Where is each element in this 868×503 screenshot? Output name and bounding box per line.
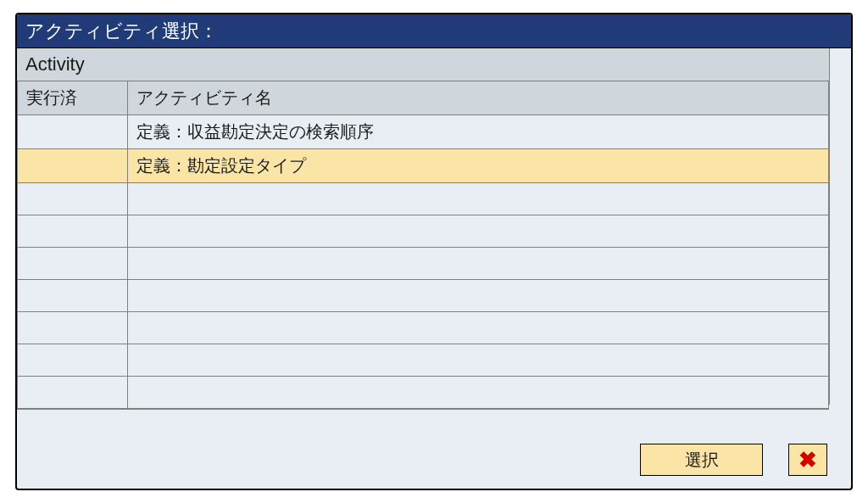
dialog-body: Activity 実行済 アクティビティ名 定義：収益勘定決定の検索順序定義：勘… (17, 48, 851, 490)
table-row[interactable] (18, 312, 829, 344)
dialog-footer: 選択 ✖ (17, 409, 829, 490)
cell-executed[interactable] (18, 115, 128, 149)
cell-activity-name[interactable] (128, 215, 829, 248)
activity-select-dialog: アクティビティ選択： Activity 実行済 アクティビティ名 定義：収益勘定… (15, 13, 853, 490)
dialog-title: アクティビティ選択： (17, 14, 851, 48)
table-row[interactable] (18, 183, 829, 215)
close-button[interactable]: ✖ (788, 444, 827, 476)
col-header-name[interactable]: アクティビティ名 (128, 81, 829, 115)
cell-executed[interactable] (18, 377, 128, 409)
cell-executed[interactable] (18, 149, 128, 183)
cell-activity-name[interactable] (128, 183, 829, 215)
section-header: Activity (17, 48, 829, 81)
table-row[interactable]: 定義：勘定設定タイプ (18, 149, 829, 183)
table-row[interactable]: 定義：収益勘定決定の検索順序 (18, 115, 829, 149)
cell-activity-name[interactable]: 定義：勘定設定タイプ (128, 149, 829, 183)
cell-executed[interactable] (18, 344, 128, 377)
cell-executed[interactable] (18, 183, 128, 215)
cell-activity-name[interactable] (128, 248, 829, 280)
table-row[interactable] (18, 344, 829, 377)
table-row[interactable] (18, 215, 829, 248)
cell-executed[interactable] (18, 215, 128, 248)
table-row[interactable] (18, 280, 829, 312)
cell-activity-name[interactable]: 定義：収益勘定決定の検索順序 (128, 115, 829, 149)
cell-executed[interactable] (18, 248, 128, 280)
table-area: Activity 実行済 アクティビティ名 定義：収益勘定決定の検索順序定義：勘… (17, 48, 829, 490)
cell-activity-name[interactable] (128, 377, 829, 409)
cell-activity-name[interactable] (128, 280, 829, 312)
select-button[interactable]: 選択 (640, 444, 763, 476)
table-row[interactable] (18, 248, 829, 280)
cell-activity-name[interactable] (128, 312, 829, 344)
cell-activity-name[interactable] (128, 344, 829, 377)
table-header-row: 実行済 アクティビティ名 (18, 81, 829, 115)
close-icon: ✖ (798, 449, 817, 471)
col-header-executed[interactable]: 実行済 (18, 81, 128, 115)
activity-table: 実行済 アクティビティ名 定義：収益勘定決定の検索順序定義：勘定設定タイプ (17, 81, 829, 409)
table-row[interactable] (18, 377, 829, 409)
cell-executed[interactable] (18, 280, 128, 312)
vertical-scrollbar[interactable] (829, 48, 851, 405)
cell-executed[interactable] (18, 312, 128, 344)
